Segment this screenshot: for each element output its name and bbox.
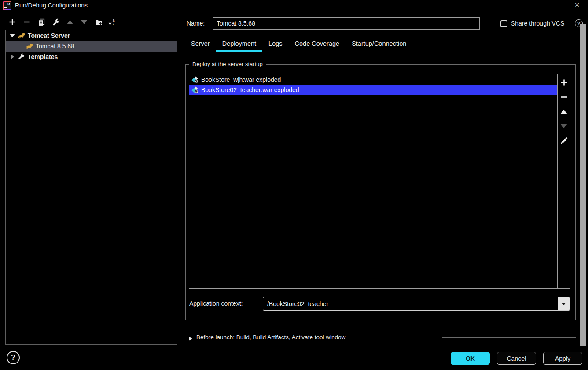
logo-text: IJ	[7, 3, 10, 6]
add-deployment-button[interactable]	[559, 78, 568, 87]
move-deployment-down-button[interactable]	[559, 122, 568, 130]
apply-button[interactable]: Apply	[543, 352, 582, 365]
share-vcs-label: Share through VCS	[511, 20, 564, 27]
move-down-icon	[81, 20, 87, 24]
tab-logs[interactable]: Logs	[262, 37, 288, 52]
move-up-icon	[67, 20, 73, 24]
tree-item-label: Tomcat Server	[28, 32, 70, 39]
tree-item-label: Templates	[28, 53, 58, 60]
tomcat-icon	[18, 32, 25, 39]
up-arrow-icon	[560, 110, 567, 114]
war-exploded-artifact-icon	[191, 76, 198, 83]
new-folder-icon	[95, 18, 103, 26]
new-folder-button[interactable]	[93, 17, 104, 27]
run-debug-configurations-dialog: IJ Run/Debug Configurations ×	[0, 0, 588, 370]
tomcat-icon	[26, 43, 33, 50]
chevron-collapsed-icon[interactable]	[9, 54, 15, 59]
pencil-icon	[560, 137, 568, 144]
edit-defaults-button[interactable]	[51, 17, 61, 27]
tree-item-templates[interactable]: Templates	[6, 52, 177, 62]
war-exploded-artifact-icon	[191, 86, 198, 93]
deployment-list-toolbar	[557, 74, 570, 288]
templates-wrench-icon	[18, 53, 25, 60]
tab-server[interactable]: Server	[185, 37, 216, 52]
deployment-list-item[interactable]: BookStore_wjh:war exploded	[189, 74, 557, 85]
plus-icon	[560, 79, 568, 86]
deployment-list: BookStore_wjh:war exploded BookStore02_t…	[189, 74, 570, 289]
dialog-title: Run/Debug Configurations	[15, 2, 88, 9]
edit-deployment-button[interactable]	[559, 136, 568, 145]
tree-item-label: Tomcat 8.5.68	[36, 43, 74, 50]
sort-alpha-icon: a z	[108, 18, 116, 26]
remove-deployment-button[interactable]	[559, 92, 568, 101]
deployment-list-item-selected[interactable]: BookStore02_teacher:war exploded	[189, 85, 557, 95]
tab-code-coverage[interactable]: Code Coverage	[289, 37, 346, 52]
sort-configurations-button[interactable]: a z	[107, 17, 117, 27]
before-launch-label: Before launch: Build, Build Artifacts, A…	[196, 334, 345, 340]
move-deployment-up-button[interactable]	[559, 107, 568, 116]
name-label: Name:	[187, 20, 205, 27]
application-context-combobox	[263, 297, 570, 311]
wrench-icon	[52, 18, 60, 26]
minus-icon	[23, 18, 30, 26]
remove-configuration-button[interactable]	[22, 17, 32, 27]
down-arrow-icon	[560, 124, 567, 128]
minus-icon	[560, 93, 568, 101]
configurations-tree: Tomcat Server Tomcat 8.5.68	[5, 30, 177, 345]
copy-icon	[38, 18, 45, 26]
dropdown-arrow-icon	[562, 303, 566, 305]
copy-configuration-button[interactable]	[36, 17, 47, 27]
deploy-group-title: Deploy at the server startup	[189, 61, 266, 67]
application-context-label: Application context:	[189, 300, 243, 307]
intellij-logo-icon: IJ	[3, 1, 11, 10]
application-context-dropdown-button[interactable]	[558, 297, 570, 310]
vertical-scrollbar-thumb[interactable]	[580, 24, 586, 346]
chevron-expanded-icon[interactable]	[9, 34, 15, 37]
before-launch-expander[interactable]	[189, 335, 192, 343]
add-configuration-button[interactable]	[7, 17, 18, 27]
tab-startup-connection[interactable]: Startup/Connection	[345, 37, 412, 52]
cancel-button[interactable]: Cancel	[497, 352, 536, 365]
deployment-item-label: BookStore_wjh:war exploded	[201, 76, 281, 83]
tab-deployment[interactable]: Deployment	[216, 37, 262, 52]
svg-text:z: z	[113, 22, 114, 26]
name-input[interactable]	[213, 17, 480, 30]
close-icon[interactable]: ×	[571, 0, 583, 11]
ok-button[interactable]: OK	[451, 352, 490, 365]
chevron-collapsed-icon	[189, 337, 192, 341]
configuration-tabs: Server Deployment Logs Code Coverage Sta…	[185, 37, 412, 52]
before-launch-divider	[442, 337, 576, 338]
application-context-input[interactable]	[263, 297, 557, 310]
tree-item-tomcat-8-5-68[interactable]: Tomcat 8.5.68	[6, 41, 177, 52]
logo-bar	[4, 7, 7, 8]
share-vcs-checkbox[interactable]	[500, 20, 507, 27]
plus-icon	[9, 18, 16, 26]
help-button[interactable]: ?	[7, 351, 20, 364]
tree-item-tomcat-server[interactable]: Tomcat Server	[6, 30, 177, 41]
move-up-button[interactable]	[65, 17, 75, 27]
deployment-item-label: BookStore02_teacher:war exploded	[201, 86, 299, 93]
move-down-button[interactable]	[79, 17, 89, 27]
